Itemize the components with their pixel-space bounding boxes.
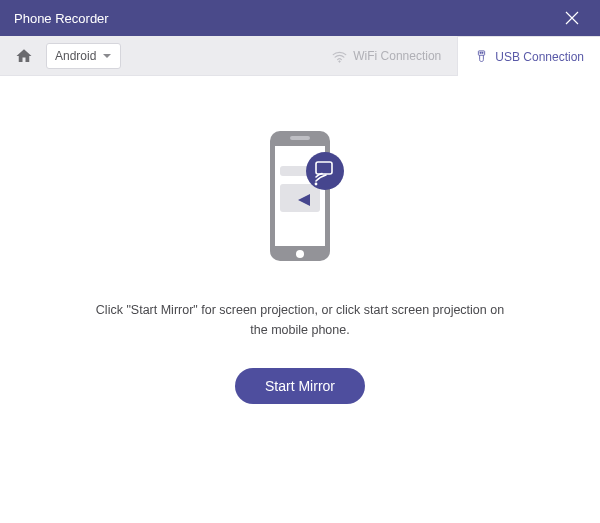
svg-rect-1	[479, 51, 485, 55]
content-area: Click "Start Mirror" for screen projecti…	[0, 76, 600, 523]
instruction-text: Click "Start Mirror" for screen projecti…	[90, 300, 510, 340]
phone-cast-icon	[240, 126, 360, 276]
start-mirror-button[interactable]: Start Mirror	[235, 368, 365, 404]
tab-usb-label: USB Connection	[495, 50, 584, 64]
home-button[interactable]	[10, 42, 38, 70]
tab-wifi-connection[interactable]: WiFi Connection	[316, 36, 457, 75]
svg-point-6	[296, 250, 304, 258]
titlebar: Phone Recorder	[0, 0, 600, 36]
svg-rect-2	[480, 52, 481, 53]
close-button[interactable]	[558, 4, 586, 32]
toolbar-left: Android	[0, 36, 131, 75]
svg-point-0	[339, 60, 341, 62]
platform-label: Android	[55, 49, 96, 63]
usb-icon	[474, 49, 489, 64]
wifi-icon	[332, 49, 347, 64]
platform-select[interactable]: Android	[46, 43, 121, 69]
svg-rect-3	[482, 52, 483, 53]
toolbar-spacer	[131, 36, 316, 75]
phone-cast-illustration	[240, 126, 360, 276]
tab-usb-connection[interactable]: USB Connection	[457, 36, 600, 76]
home-icon	[15, 47, 33, 65]
toolbar: Android WiFi Connection USB Connection	[0, 36, 600, 76]
close-icon	[565, 11, 579, 25]
app-title: Phone Recorder	[14, 11, 109, 26]
svg-point-10	[306, 152, 344, 190]
svg-rect-7	[290, 136, 310, 140]
svg-point-12	[315, 183, 318, 186]
tab-wifi-label: WiFi Connection	[353, 49, 441, 63]
app-window: Phone Recorder Android	[0, 0, 600, 523]
svg-rect-9	[280, 184, 320, 212]
chevron-down-icon	[102, 51, 112, 61]
